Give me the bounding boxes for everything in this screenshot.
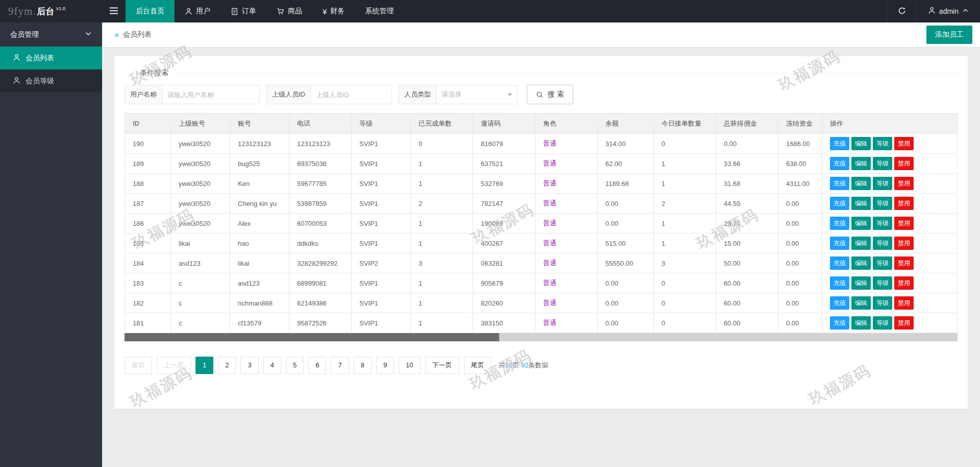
role-link[interactable]: 普通 [543, 219, 556, 227]
disable-button[interactable]: 禁用 [894, 197, 914, 210]
page-last-button[interactable]: 尾页 [464, 357, 492, 374]
recharge-button[interactable]: 充值 [830, 157, 849, 170]
person-type-select[interactable]: 请选择 [436, 85, 518, 104]
page-number-button[interactable]: 5 [286, 357, 304, 374]
level-button[interactable]: 等级 [873, 177, 892, 190]
edit-button[interactable]: 编辑 [851, 276, 871, 290]
edit-button[interactable]: 编辑 [851, 137, 871, 150]
nav-item-users[interactable]: 用户 [175, 0, 220, 22]
table-cell: 普通 [535, 293, 598, 313]
page-number-button[interactable]: 7 [331, 357, 349, 374]
page-number-button[interactable]: 1 [195, 357, 213, 374]
nav-item-label: 商品 [288, 7, 302, 16]
recharge-button[interactable]: 充值 [830, 316, 849, 330]
nav-item-label: 订单 [242, 7, 256, 16]
role-link[interactable]: 普通 [543, 179, 556, 187]
edit-button[interactable]: 编辑 [851, 157, 871, 170]
disable-button[interactable]: 禁用 [894, 296, 914, 310]
level-button[interactable]: 等级 [873, 256, 892, 270]
level-button[interactable]: 等级 [873, 137, 892, 150]
recharge-button[interactable]: 充值 [830, 137, 849, 150]
nav-item-system[interactable]: 系统管理 [355, 0, 404, 22]
disable-button[interactable]: 禁用 [894, 217, 914, 230]
page-next-button[interactable]: 下一页 [425, 357, 459, 374]
edit-button[interactable]: 编辑 [851, 316, 871, 330]
disable-button[interactable]: 禁用 [894, 157, 914, 170]
disable-button[interactable]: 禁用 [894, 137, 914, 150]
column-header: 冻结资金 [778, 113, 822, 134]
role-link[interactable]: 普通 [543, 139, 556, 147]
table-cell: 816079 [473, 134, 535, 154]
user-menu[interactable]: admin [917, 0, 980, 22]
level-button[interactable]: 等级 [873, 217, 892, 230]
chevron-up-icon [962, 7, 969, 15]
parent-id-input[interactable] [310, 85, 392, 104]
table-cell: 1 [411, 313, 473, 333]
total-items-value: 92 [521, 361, 528, 369]
table-cell: SVIP2 [352, 253, 411, 273]
page-number-button[interactable]: 2 [218, 357, 236, 374]
nav-item-goods[interactable]: 商品 [266, 0, 312, 22]
recharge-button[interactable]: 充值 [830, 296, 849, 310]
recharge-button[interactable]: 充值 [830, 217, 849, 230]
table-cell: 44.55 [716, 194, 778, 214]
role-link[interactable]: 普通 [543, 259, 556, 267]
level-button[interactable]: 等级 [873, 157, 892, 170]
disable-button[interactable]: 禁用 [894, 237, 914, 250]
sidebar-item-member-list[interactable]: 会员列表 [0, 46, 102, 69]
sidebar-item-member-level[interactable]: 会员等级 [0, 69, 102, 92]
page-number-button[interactable]: 8 [354, 357, 372, 374]
role-link[interactable]: 普通 [543, 319, 556, 326]
horizontal-scrollbar[interactable] [125, 333, 958, 341]
recharge-button[interactable]: 充值 [830, 197, 849, 210]
recharge-button[interactable]: 充值 [830, 237, 849, 250]
page-number-button[interactable]: 4 [263, 357, 281, 374]
table-cell: 0.00 [778, 313, 822, 333]
level-button[interactable]: 等级 [873, 296, 892, 310]
username-input[interactable] [162, 85, 260, 104]
table-cell: ywei30520 [171, 154, 230, 174]
page-number-button[interactable]: 10 [399, 357, 420, 374]
edit-button[interactable]: 编辑 [851, 217, 871, 230]
sidebar-submenu: 会员列表会员等级 [0, 46, 102, 92]
scrollbar-thumb[interactable] [125, 333, 499, 341]
page-number-button[interactable]: 3 [240, 357, 258, 374]
edit-button[interactable]: 编辑 [851, 256, 871, 270]
actions-cell: 充值编辑等级禁用 [822, 273, 958, 293]
role-link[interactable]: 普通 [543, 239, 556, 247]
search-row: 用户名称上级人员ID人员类型请选择搜 索 [125, 85, 958, 104]
disable-button[interactable]: 禁用 [894, 316, 914, 330]
edit-button[interactable]: 编辑 [851, 177, 871, 190]
add-staff-button[interactable]: 添加员工 [926, 26, 972, 44]
logo: 9fym. 后台 V1.0 [0, 0, 102, 22]
page-number-button[interactable]: 9 [376, 357, 394, 374]
role-link[interactable]: 普通 [543, 299, 556, 307]
disable-button[interactable]: 禁用 [894, 256, 914, 270]
recharge-button[interactable]: 充值 [830, 177, 849, 190]
disable-button[interactable]: 禁用 [894, 177, 914, 190]
edit-button[interactable]: 编辑 [851, 296, 871, 310]
level-button[interactable]: 等级 [873, 197, 892, 210]
nav-item-orders[interactable]: 订单 [220, 0, 266, 22]
recharge-button[interactable]: 充值 [830, 256, 849, 270]
role-link[interactable]: 普通 [543, 199, 556, 207]
edit-button[interactable]: 编辑 [851, 237, 871, 250]
page-number-button[interactable]: 6 [308, 357, 326, 374]
table-cell: 0.00 [778, 253, 822, 273]
level-button[interactable]: 等级 [873, 237, 892, 250]
nav-item-finance[interactable]: ¥财务 [312, 0, 355, 22]
sidebar-group-member-management[interactable]: 会员管理 [0, 22, 102, 46]
table-cell: SVIP1 [352, 154, 411, 174]
search-button[interactable]: 搜 索 [527, 85, 573, 104]
nav-item-home[interactable]: 后台首页 [126, 0, 175, 22]
menu-toggle-button[interactable] [102, 0, 126, 22]
table-row: 190ywei30520123123123123123123SVIP108160… [125, 134, 958, 154]
disable-button[interactable]: 禁用 [894, 276, 914, 290]
role-link[interactable]: 普通 [543, 279, 556, 287]
recharge-button[interactable]: 充值 [830, 276, 849, 290]
refresh-button[interactable] [887, 0, 917, 22]
level-button[interactable]: 等级 [873, 276, 892, 290]
role-link[interactable]: 普通 [543, 159, 556, 167]
edit-button[interactable]: 编辑 [851, 197, 871, 210]
level-button[interactable]: 等级 [873, 316, 892, 330]
